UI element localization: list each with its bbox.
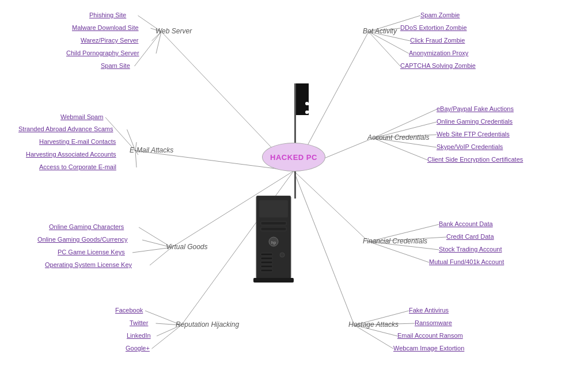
label-pc-game-license-keys: PC Game License Keys	[58, 249, 125, 255]
svg-text:hp: hp	[271, 241, 276, 245]
computer-tower: hp	[251, 196, 297, 285]
label-client-side-encrypti: Client Side Encryption Certificates	[427, 156, 523, 163]
label-facebook: Facebook	[115, 307, 143, 314]
label-child-pornography-se: Child Pornography Server	[66, 49, 139, 56]
label-twitter: Twitter	[130, 319, 148, 326]
center-node: HACKED PC	[262, 143, 325, 171]
svg-rect-12	[253, 278, 294, 283]
svg-point-11	[280, 253, 284, 257]
label-mutual-fund/401k-acc: Mutual Fund/401k Account	[429, 258, 504, 265]
svg-rect-13	[294, 83, 296, 199]
label-web-site-ftp-credent: Web Site FTP Credentials	[437, 131, 510, 138]
label-hostage-attacks: Hostage Attacks	[348, 320, 399, 329]
label-access-to-corporate-: Access to Corporate E-mail	[39, 163, 116, 170]
label-stock-trading-accoun: Stock Trading Account	[439, 246, 502, 253]
label-ddos-extortion-zombi: DDoS Extortion Zombie	[400, 24, 467, 31]
label-harvesting-e-mail-co: Harvesting E-mail Contacts	[39, 138, 116, 145]
label-email-account-ransom: Email Account Ransom	[397, 332, 463, 339]
label-google+: Google+	[126, 345, 150, 352]
svg-rect-14	[296, 83, 309, 115]
svg-rect-10	[261, 269, 272, 272]
svg-point-26	[305, 110, 309, 114]
label-operating-system-lic: Operating System License Key	[45, 261, 132, 268]
svg-rect-7	[261, 257, 272, 259]
label-e-mail-attacks: E-Mail Attacks	[130, 146, 173, 154]
label-linkedin: LinkedIn	[127, 332, 151, 339]
label-ebay/paypal-fake-auc: eBay/Paypal Fake Auctions	[437, 105, 514, 112]
label-online-gaming-creden: Online Gaming Credentials	[437, 118, 513, 125]
label-reputation-hijacking: Reputation Hijacking	[176, 320, 239, 329]
label-warez/piracy-server: Warez/Piracy Server	[81, 37, 138, 44]
svg-rect-6	[261, 253, 272, 255]
label-captcha-solving-zomb: CAPTCHA Solving Zombie	[400, 62, 476, 69]
label-spam-site: Spam Site	[101, 62, 130, 69]
label-skype/voip-credentia: Skype/VoIP Credentials	[437, 143, 503, 150]
label-anonymization-proxy: Anonymization Proxy	[409, 49, 468, 56]
label-online-gaming-charac: Online Gaming Characters	[49, 223, 124, 230]
label-bank-account-data: Bank Account Data	[439, 220, 493, 227]
label-ransomware: Ransomware	[415, 319, 452, 326]
label-account-credentials: Account Credentials	[367, 133, 429, 142]
label-bot-activity: Bot Activity	[363, 27, 397, 35]
label-webcam-image-extorti: Webcam Image Extortion	[393, 345, 464, 352]
label-spam-zombie: Spam Zombie	[420, 12, 460, 18]
label-financial-credential: Financial Credentials	[363, 237, 427, 245]
svg-rect-8	[261, 261, 272, 264]
svg-point-24	[305, 102, 309, 105]
label-credit-card-data: Credit Card Data	[446, 233, 494, 240]
label-virtual-goods: Virtual Goods	[166, 243, 208, 251]
svg-rect-5	[261, 227, 286, 231]
label-fake-antivirus: Fake Antivirus	[409, 307, 449, 314]
pirate-flag	[283, 83, 309, 200]
svg-rect-4	[261, 222, 286, 225]
label-harvesting-associate: Harvesting Associated Accounts	[26, 151, 116, 158]
label-stranded-abroad-adva: Stranded Abroad Advance Scams	[18, 125, 113, 132]
label-webmail-spam: Webmail Spam	[60, 113, 103, 120]
label-online-gaming-goods/: Online Gaming Goods/Currency	[37, 236, 128, 243]
label-malware-download-sit: Malware Download Site	[72, 24, 139, 31]
label-click-fraud-zombie: Click Fraud Zombie	[410, 37, 465, 44]
svg-rect-9	[261, 265, 272, 268]
svg-rect-1	[259, 200, 288, 217]
label-web-server: Web Server	[155, 27, 192, 35]
label-phishing-site: Phishing Site	[89, 12, 126, 18]
